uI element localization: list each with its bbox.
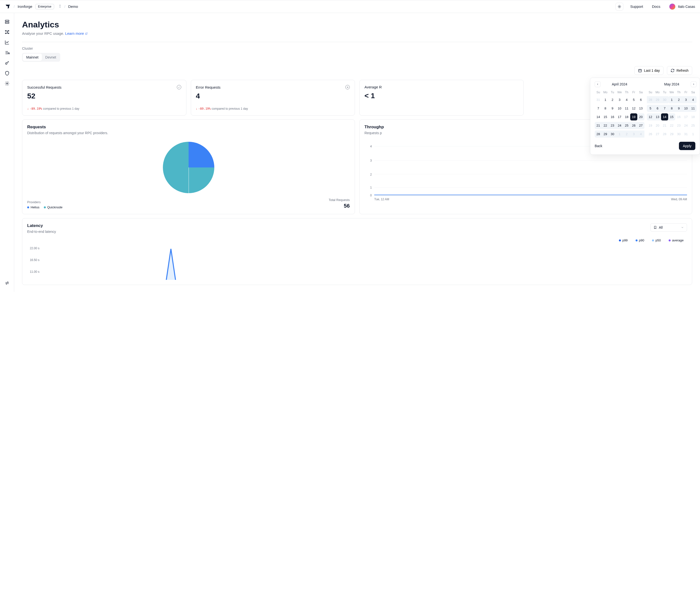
sun-icon bbox=[617, 5, 621, 9]
cluster-option-mainnet[interactable]: Mainnet bbox=[23, 54, 42, 61]
calendar-day[interactable]: 30 bbox=[609, 130, 616, 138]
calendar-day[interactable]: 3 bbox=[616, 96, 623, 103]
calendar-day[interactable]: 22 bbox=[602, 122, 609, 129]
date-range-button[interactable]: Last 1 day bbox=[634, 66, 663, 75]
svg-rect-1 bbox=[5, 20, 9, 21]
cluster-option-devnet[interactable]: Devnet bbox=[42, 54, 60, 61]
calendar-day[interactable]: 24 bbox=[616, 122, 623, 129]
sidebar-item-keys[interactable] bbox=[4, 60, 10, 66]
x-label-start: Tue, 12 AM bbox=[374, 198, 389, 201]
external-link-icon bbox=[85, 32, 88, 35]
check-circle-icon: ✓ bbox=[177, 85, 181, 89]
calendar-day[interactable]: 5 bbox=[630, 96, 637, 103]
calendar-day[interactable]: 5 bbox=[647, 105, 654, 112]
learn-more-link[interactable]: Learn more bbox=[65, 32, 88, 36]
legend-item-quicknode: Quicknode bbox=[44, 205, 62, 209]
calendar-day[interactable]: 14 bbox=[595, 113, 602, 121]
calendar-day[interactable]: 15 bbox=[602, 113, 609, 121]
calendar-day[interactable]: 25 bbox=[623, 122, 630, 129]
card-error-requests: Error Requests ✕ 4 ↓ -89.19% compared to… bbox=[191, 80, 355, 115]
calendar-day[interactable]: 8 bbox=[668, 105, 675, 112]
legend-average: average bbox=[668, 238, 684, 242]
support-link[interactable]: Support bbox=[630, 4, 643, 9]
calendar-day[interactable]: 26 bbox=[630, 122, 637, 129]
calendar-day[interactable]: 12 bbox=[647, 113, 654, 121]
breadcrumb-org[interactable]: Ironforge bbox=[17, 4, 32, 9]
month-title: April 2024 bbox=[612, 82, 627, 86]
sidebar-item-settings[interactable] bbox=[4, 80, 10, 86]
calendar-day[interactable]: 18 bbox=[623, 113, 630, 121]
docs-link[interactable]: Docs bbox=[652, 4, 660, 9]
refresh-button[interactable]: Refresh bbox=[667, 66, 692, 75]
calendar-day[interactable]: 28 bbox=[595, 130, 602, 138]
svg-point-6 bbox=[8, 33, 9, 34]
calendar-day: 30 bbox=[661, 96, 668, 103]
latency-filter-dropdown[interactable]: All bbox=[650, 223, 687, 231]
x-circle-icon: ✕ bbox=[345, 85, 350, 89]
calendar-day[interactable]: 3 bbox=[683, 96, 689, 103]
sidebar-item-analytics[interactable] bbox=[4, 39, 10, 45]
calendar-day: 19 bbox=[647, 122, 654, 129]
prev-month-button[interactable] bbox=[595, 81, 601, 87]
calendar-day[interactable]: 15 bbox=[668, 113, 675, 121]
theme-toggle-button[interactable] bbox=[615, 3, 623, 11]
calendar-day: 16 bbox=[675, 113, 683, 121]
calendar-day: 1 bbox=[616, 130, 623, 138]
datepicker-back-button[interactable]: Back bbox=[595, 144, 602, 148]
metric-value: 4 bbox=[196, 92, 350, 100]
calendar-day: 28 bbox=[647, 96, 654, 103]
chevron-left-icon bbox=[596, 83, 599, 86]
calendar-day[interactable]: 9 bbox=[675, 105, 683, 112]
calendar-day[interactable]: 29 bbox=[602, 130, 609, 138]
calendar-day[interactable]: 23 bbox=[609, 122, 616, 129]
calendar-day[interactable]: 7 bbox=[661, 105, 668, 112]
calendar-dow: Fr bbox=[683, 89, 689, 96]
chevron-updown-icon[interactable] bbox=[59, 4, 62, 9]
calendar-day[interactable]: 4 bbox=[623, 96, 630, 103]
datepicker-apply-button[interactable]: Apply bbox=[679, 142, 695, 150]
calendar-day[interactable]: 7 bbox=[595, 105, 602, 112]
calendar-day[interactable]: 6 bbox=[637, 96, 645, 103]
latency-legend: p99 p90 p50 average bbox=[27, 238, 687, 242]
calendar-month-left: April 2024 SuMoTuWeThFrSa311234567891011… bbox=[595, 82, 645, 138]
metric-value: 52 bbox=[27, 92, 181, 100]
card-average-rps: Average R < 1 bbox=[359, 80, 524, 115]
calendar-day[interactable]: 13 bbox=[654, 113, 661, 121]
sidebar-item-logs[interactable] bbox=[4, 50, 10, 55]
sidebar-item-routes[interactable] bbox=[4, 29, 10, 35]
calendar-day[interactable]: 19 bbox=[630, 113, 637, 121]
calendar-day[interactable]: 14 bbox=[661, 113, 668, 121]
next-month-button[interactable] bbox=[691, 81, 697, 87]
sidebar-item-security[interactable] bbox=[4, 70, 10, 76]
panel-title: Latency bbox=[27, 223, 56, 228]
calendar-day[interactable]: 11 bbox=[623, 105, 630, 112]
sidebar-item-servers[interactable] bbox=[4, 19, 10, 25]
calendar-day[interactable]: 1 bbox=[602, 96, 609, 103]
calendar-day[interactable]: 6 bbox=[654, 105, 661, 112]
calendar-day[interactable]: 12 bbox=[630, 105, 637, 112]
sidebar-item-swap[interactable] bbox=[4, 280, 10, 286]
calendar-day[interactable]: 8 bbox=[602, 105, 609, 112]
calendar-day[interactable]: 16 bbox=[609, 113, 616, 121]
calendar-day[interactable]: 17 bbox=[616, 113, 623, 121]
calendar-day[interactable]: 10 bbox=[683, 105, 689, 112]
calendar-day: 17 bbox=[683, 113, 689, 121]
calendar-month-right: May 2024 SuMoTuWeThFrSa28293012345678910… bbox=[647, 82, 697, 138]
calendar-day[interactable]: 10 bbox=[616, 105, 623, 112]
calendar-dow: Mo bbox=[654, 89, 661, 96]
calendar-day[interactable]: 20 bbox=[637, 113, 645, 121]
calendar-dow: We bbox=[616, 89, 623, 96]
calendar-day[interactable]: 9 bbox=[609, 105, 616, 112]
calendar-day[interactable]: 11 bbox=[689, 105, 697, 112]
breadcrumb-project[interactable]: Demo bbox=[68, 4, 78, 9]
calendar-day[interactable]: 27 bbox=[637, 122, 645, 129]
calendar-day: 1 bbox=[689, 130, 697, 138]
calendar-day[interactable]: 13 bbox=[637, 105, 645, 112]
calendar-day[interactable]: 2 bbox=[609, 96, 616, 103]
calendar-day[interactable]: 2 bbox=[675, 96, 683, 103]
cluster-segmented: Mainnet Devnet bbox=[22, 53, 60, 62]
calendar-day[interactable]: 4 bbox=[689, 96, 697, 103]
user-menu[interactable]: Italo Casas bbox=[669, 3, 695, 10]
calendar-day[interactable]: 21 bbox=[595, 122, 602, 129]
calendar-day[interactable]: 1 bbox=[668, 96, 675, 103]
